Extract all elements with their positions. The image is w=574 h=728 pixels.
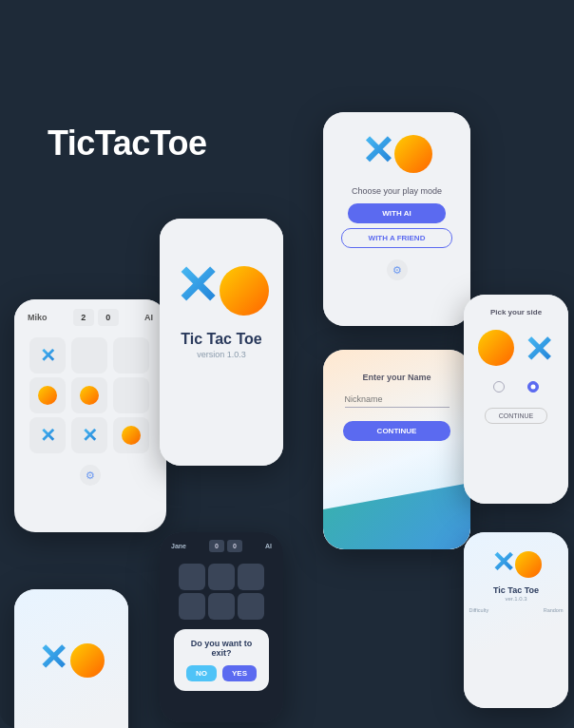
play-mode-o-icon xyxy=(394,135,432,173)
exit-player1: Jane xyxy=(171,543,186,549)
settings-icon[interactable]: ⚙ xyxy=(80,465,101,486)
o-piece xyxy=(80,386,99,405)
exit-overlay: Jane 0 0 AI Do you want to exit? NO YES xyxy=(160,532,283,722)
splash-br-title: Tic Tac Toe xyxy=(493,585,539,595)
enter-name-continue-button[interactable]: CONTINUE xyxy=(343,421,451,441)
ttt-cell xyxy=(71,337,107,374)
pick-radio-row xyxy=(493,381,539,393)
player2-name: AI xyxy=(144,313,153,322)
x-piece: ✕ xyxy=(82,424,98,447)
exit-dialog-box: Do you want to exit? NO YES xyxy=(174,629,269,691)
score2: 0 xyxy=(98,309,119,326)
ttt-cell: ✕ xyxy=(71,417,107,453)
splash-br-x-icon: ✕ xyxy=(491,548,515,577)
ttt-cell xyxy=(113,377,149,413)
ttt-cell xyxy=(71,377,107,413)
card-enter-name: Enter your Name CONTINUE xyxy=(323,350,470,549)
x-piece: ✕ xyxy=(40,344,56,367)
exit-cell xyxy=(179,593,205,620)
enter-name-inner: Enter your Name CONTINUE xyxy=(323,350,470,549)
pick-radio-x[interactable] xyxy=(527,381,539,393)
nickname-input[interactable] xyxy=(345,392,450,408)
score-bar: Miko 2 0 AI xyxy=(14,299,166,332)
splash-br-o-icon xyxy=(515,551,542,578)
splash-o-icon xyxy=(70,643,105,678)
ttt-cell xyxy=(29,377,66,413)
splash-br-meta: Difficulty Random xyxy=(469,607,564,613)
x-piece: ✕ xyxy=(40,424,56,447)
card-game-score: Miko 2 0 AI ✕ ✕ ✕ ⚙ xyxy=(14,299,166,532)
exit-player2: AI xyxy=(265,543,272,549)
score1: 2 xyxy=(73,309,94,326)
pick-o-option[interactable] xyxy=(478,330,514,366)
card-splash-br: ✕ Tic Tac Toe ver.1.0.3 Difficulty Rando… xyxy=(464,532,568,708)
main-splash-x-icon: ✕ xyxy=(175,259,220,313)
splash-br-version: ver.1.0.3 xyxy=(505,596,526,602)
player1-name: Miko xyxy=(28,313,48,322)
exit-btns: NO YES xyxy=(187,665,256,681)
o-piece xyxy=(122,426,141,445)
score-display: 2 0 xyxy=(73,309,119,326)
play-mode-inner: ✕ Choose your play mode WITH AI WITH A F… xyxy=(323,112,470,326)
exit-score-bar: Jane 0 0 AI xyxy=(160,532,283,560)
main-splash-title: Tic Tac Toe xyxy=(181,331,261,348)
splash-br-difficulty-value: Random xyxy=(544,607,564,613)
exit-cell xyxy=(179,564,205,590)
play-with-ai-button[interactable]: WITH AI xyxy=(348,203,445,223)
ttt-cell: ✕ xyxy=(29,337,66,374)
exit-grid xyxy=(171,560,272,623)
play-with-friend-button[interactable]: WITH A FRIEND xyxy=(341,228,453,248)
exit-yes-button[interactable]: YES xyxy=(222,665,257,681)
exit-cell xyxy=(208,593,235,620)
pick-side-inner: Pick your side ✕ CONTINUE xyxy=(464,295,568,504)
splash-br-xo: ✕ xyxy=(491,547,542,578)
splash-xo: ✕ xyxy=(38,637,105,679)
ttt-cell: ✕ xyxy=(29,417,66,453)
exit-scores: 0 0 xyxy=(209,540,242,552)
exit-score1: 0 xyxy=(209,540,224,552)
exit-cell xyxy=(238,593,264,620)
card-exit-dialog: Jane 0 0 AI Do you want to exit? NO YES xyxy=(160,532,283,722)
enter-name-decoration xyxy=(323,483,470,549)
card-pick-side: Pick your side ✕ CONTINUE xyxy=(464,295,568,504)
exit-score2: 0 xyxy=(227,540,242,552)
ttt-cell xyxy=(113,417,149,453)
main-splash-o-icon xyxy=(220,266,269,316)
ttt-grid: ✕ ✕ ✕ xyxy=(20,332,161,459)
splash-br-difficulty-label: Difficulty xyxy=(469,607,489,613)
exit-dialog-title: Do you want to exit? xyxy=(187,639,256,658)
splash-bg: ✕ Tic Tac Toe ver.1.0.3 Difficulty Rando… xyxy=(14,589,128,728)
splash-br-inner: ✕ Tic Tac Toe ver.1.0.3 Difficulty Rando… xyxy=(464,532,568,708)
exit-no-button[interactable]: NO xyxy=(186,665,217,681)
card-splash-small: ✕ Tic Tac Toe ver.1.0.3 Difficulty Rando… xyxy=(14,589,128,728)
pick-side-label: Pick your side xyxy=(490,308,542,316)
pick-side-continue-button[interactable]: CONTINUE xyxy=(485,408,548,424)
pick-x-option[interactable]: ✕ xyxy=(524,332,554,368)
o-piece xyxy=(38,386,57,405)
app-title: TicTacToe xyxy=(48,124,207,163)
play-mode-x-icon: ✕ xyxy=(361,131,394,171)
card-play-mode: ✕ Choose your play mode WITH AI WITH A F… xyxy=(323,112,470,326)
pick-radio-o[interactable] xyxy=(493,381,505,393)
card-main-splash: ✕ Tic Tac Toe version 1.0.3 xyxy=(160,219,283,466)
play-mode-label: Choose your play mode xyxy=(352,186,442,196)
play-mode-xo: ✕ xyxy=(361,129,432,173)
splash-x-icon: ✕ xyxy=(38,637,68,679)
main-splash-version: version 1.0.3 xyxy=(197,350,246,359)
main-splash-xo: ✕ xyxy=(175,257,269,316)
exit-cell xyxy=(208,564,235,590)
play-mode-settings-icon[interactable]: ⚙ xyxy=(387,259,408,280)
enter-name-label: Enter your Name xyxy=(362,373,430,382)
exit-cell xyxy=(238,564,264,590)
main-splash-inner: ✕ Tic Tac Toe version 1.0.3 xyxy=(160,219,283,466)
ttt-cell xyxy=(113,337,149,374)
pick-side-options: ✕ xyxy=(478,330,554,368)
